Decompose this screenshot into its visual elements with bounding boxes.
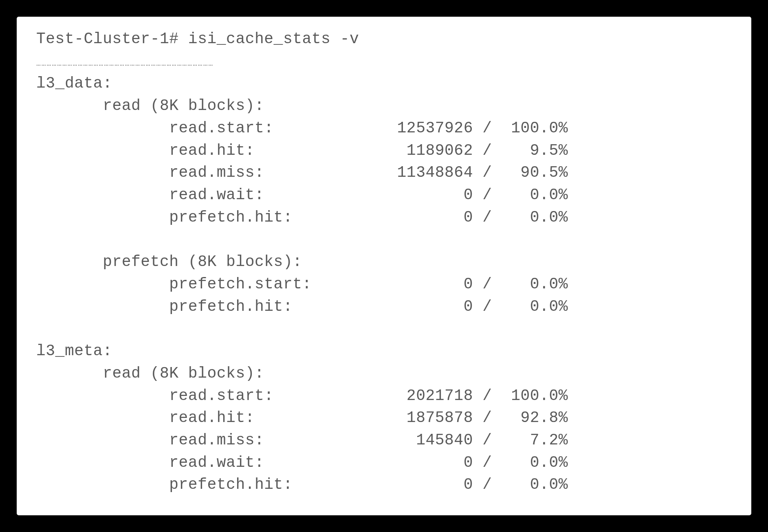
l3-data-read-row: read.wait: 0 / 0.0%: [36, 186, 568, 204]
l3-data-prefetch-row: prefetch.hit: 0 / 0.0%: [36, 298, 568, 315]
l3-data-read-row: read.start: 12537926 / 100.0%: [36, 119, 568, 137]
l3-data-prefetch-row: prefetch.start: 0 / 0.0%: [36, 275, 568, 293]
l3-data-prefetch-header: prefetch (8K blocks):: [36, 253, 302, 270]
l3-data-read-row: read.hit: 1189062 / 9.5%: [36, 142, 568, 159]
l3-meta-read-row: read.start: 2021718 / 100.0%: [36, 387, 568, 404]
l3-data-read-header: read (8K blocks):: [36, 97, 264, 114]
section-l3-meta-header: l3_meta:: [36, 342, 112, 360]
l3-data-read-row: read.miss: 11348864 / 90.5%: [36, 164, 568, 181]
l3-meta-read-row: read.miss: 145840 / 7.2%: [36, 431, 568, 449]
output-truncation: …………………………………………………………………………………………: [36, 59, 213, 68]
terminal-panel: Test-Cluster-1# isi_cache_stats -v ………………: [15, 15, 753, 517]
section-l3-data-header: l3_data:: [36, 75, 112, 92]
l3-meta-read-row: read.hit: 1875878 / 92.8%: [36, 409, 568, 426]
l3-meta-read-row: read.wait: 0 / 0.0%: [36, 454, 568, 471]
terminal-output: Test-Cluster-1# isi_cache_stats -v ………………: [36, 28, 735, 496]
l3-meta-read-header: read (8K blocks):: [36, 365, 264, 382]
command-line: Test-Cluster-1# isi_cache_stats -v: [36, 30, 359, 48]
l3-meta-read-row: prefetch.hit: 0 / 0.0%: [36, 476, 568, 493]
l3-data-read-row: prefetch.hit: 0 / 0.0%: [36, 209, 568, 226]
